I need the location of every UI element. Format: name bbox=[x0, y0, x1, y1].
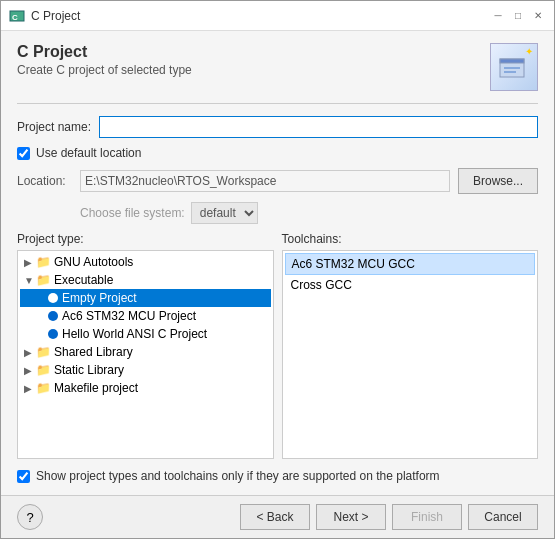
title-controls: ─ □ ✕ bbox=[490, 8, 546, 24]
empty-project-label: Empty Project bbox=[62, 291, 137, 305]
project-type-list[interactable]: ▶ 📁 GNU Autotools ▼ 📁 Executable Empty P… bbox=[17, 250, 274, 459]
minimize-button[interactable]: ─ bbox=[490, 8, 506, 24]
expand-gnu-autotools: ▶ bbox=[24, 257, 36, 268]
folder-gnu-autotools-icon: 📁 bbox=[36, 255, 51, 269]
svg-rect-5 bbox=[504, 71, 516, 73]
expand-static-library: ▶ bbox=[24, 365, 36, 376]
location-row: Location: Browse... bbox=[17, 168, 538, 194]
button-bar-right: < Back Next > Finish Cancel bbox=[240, 504, 538, 530]
dialog-title: C Project bbox=[17, 43, 192, 61]
browse-button[interactable]: Browse... bbox=[458, 168, 538, 194]
toolchains-label: Toolchains: bbox=[282, 232, 539, 246]
tree-item-shared-library[interactable]: ▶ 📁 Shared Library bbox=[20, 343, 271, 361]
project-name-input[interactable] bbox=[99, 116, 538, 138]
filesystem-label: Choose file system: bbox=[80, 206, 185, 220]
window-icon: C bbox=[9, 8, 25, 24]
shared-library-label: Shared Library bbox=[54, 345, 133, 359]
finish-button[interactable]: Finish bbox=[392, 504, 462, 530]
location-label: Location: bbox=[17, 174, 72, 188]
project-name-label: Project name: bbox=[17, 120, 91, 134]
tree-item-makefile[interactable]: ▶ 📁 Makefile project bbox=[20, 379, 271, 397]
wizard-graphic bbox=[498, 51, 530, 83]
project-type-panel: Project type: ▶ 📁 GNU Autotools ▼ 📁 Exec… bbox=[17, 232, 274, 459]
ac6-gcc-label: Ac6 STM32 MCU GCC bbox=[292, 257, 415, 271]
ac6-project-label: Ac6 STM32 MCU Project bbox=[62, 309, 196, 323]
project-name-row: Project name: bbox=[17, 116, 538, 138]
window-title: C Project bbox=[31, 9, 80, 23]
dialog-subtitle: Create C project of selected type bbox=[17, 63, 192, 77]
expand-shared-library: ▶ bbox=[24, 347, 36, 358]
svg-rect-4 bbox=[504, 67, 520, 69]
header-section: C Project Create C project of selected t… bbox=[17, 43, 538, 91]
header-divider bbox=[17, 103, 538, 104]
toolchains-panel: Toolchains: Ac6 STM32 MCU GCC Cross GCC bbox=[282, 232, 539, 459]
title-bar-left: C C Project bbox=[9, 8, 80, 24]
tree-item-ac6-project[interactable]: Ac6 STM32 MCU Project bbox=[20, 307, 271, 325]
toolchain-item-ac6[interactable]: Ac6 STM32 MCU GCC bbox=[285, 253, 536, 275]
folder-makefile-icon: 📁 bbox=[36, 381, 51, 395]
back-button[interactable]: < Back bbox=[240, 504, 310, 530]
expand-executable: ▼ bbox=[24, 275, 36, 286]
platform-filter-checkbox[interactable] bbox=[17, 470, 30, 483]
help-button[interactable]: ? bbox=[17, 504, 43, 530]
toolchain-item-cross[interactable]: Cross GCC bbox=[285, 275, 536, 295]
maximize-button[interactable]: □ bbox=[510, 8, 526, 24]
default-location-label: Use default location bbox=[36, 146, 141, 160]
folder-shared-library-icon: 📁 bbox=[36, 345, 51, 359]
default-location-checkbox[interactable] bbox=[17, 147, 30, 160]
folder-static-library-icon: 📁 bbox=[36, 363, 51, 377]
bullet-hello-world bbox=[48, 329, 58, 339]
makefile-label: Makefile project bbox=[54, 381, 138, 395]
close-button[interactable]: ✕ bbox=[530, 8, 546, 24]
tree-item-gnu-autotools[interactable]: ▶ 📁 GNU Autotools bbox=[20, 253, 271, 271]
bullet-empty-project bbox=[48, 293, 58, 303]
folder-executable-icon: 📁 bbox=[36, 273, 51, 287]
expand-makefile: ▶ bbox=[24, 383, 36, 394]
executable-label: Executable bbox=[54, 273, 113, 287]
default-location-row: Use default location bbox=[17, 146, 538, 160]
filesystem-select[interactable]: default bbox=[191, 202, 258, 224]
button-bar: ? < Back Next > Finish Cancel bbox=[1, 495, 554, 538]
tree-item-executable[interactable]: ▼ 📁 Executable bbox=[20, 271, 271, 289]
dialog-content: C Project Create C project of selected t… bbox=[1, 31, 554, 495]
bottom-checkbox-row: Show project types and toolchains only i… bbox=[17, 469, 538, 483]
toolchains-list[interactable]: Ac6 STM32 MCU GCC Cross GCC bbox=[282, 250, 539, 459]
static-library-label: Static Library bbox=[54, 363, 124, 377]
tree-item-static-library[interactable]: ▶ 📁 Static Library bbox=[20, 361, 271, 379]
cancel-button[interactable]: Cancel bbox=[468, 504, 538, 530]
tree-item-empty-project[interactable]: Empty Project bbox=[20, 289, 271, 307]
bullet-ac6-project bbox=[48, 311, 58, 321]
header-left: C Project Create C project of selected t… bbox=[17, 43, 192, 77]
platform-filter-label: Show project types and toolchains only i… bbox=[36, 469, 440, 483]
next-button[interactable]: Next > bbox=[316, 504, 386, 530]
cross-gcc-label: Cross GCC bbox=[291, 278, 352, 292]
svg-rect-3 bbox=[500, 59, 524, 63]
location-input[interactable] bbox=[80, 170, 450, 192]
wizard-icon bbox=[490, 43, 538, 91]
tree-item-hello-world[interactable]: Hello World ANSI C Project bbox=[20, 325, 271, 343]
project-type-label: Project type: bbox=[17, 232, 274, 246]
panels-row: Project type: ▶ 📁 GNU Autotools ▼ 📁 Exec… bbox=[17, 232, 538, 459]
filesystem-row: Choose file system: default bbox=[80, 202, 538, 224]
svg-text:C: C bbox=[12, 13, 18, 22]
title-bar: C C Project ─ □ ✕ bbox=[1, 1, 554, 31]
c-project-dialog: C C Project ─ □ ✕ C Project Create C pro… bbox=[0, 0, 555, 539]
gnu-autotools-label: GNU Autotools bbox=[54, 255, 133, 269]
hello-world-label: Hello World ANSI C Project bbox=[62, 327, 207, 341]
